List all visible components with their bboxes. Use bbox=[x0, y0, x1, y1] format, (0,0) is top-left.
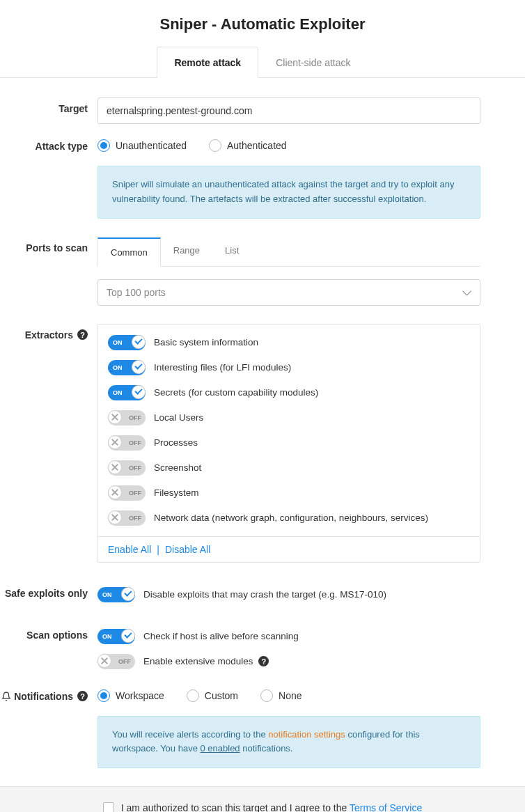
toggle-state-label: OFF bbox=[129, 515, 141, 522]
toggle-state-label: OFF bbox=[129, 439, 141, 446]
toggle-knob bbox=[108, 435, 122, 449]
ports-select[interactable]: Top 100 ports bbox=[97, 279, 480, 306]
help-icon[interactable]: ? bbox=[77, 329, 88, 340]
footer: I am authorized to scan this target and … bbox=[0, 786, 525, 812]
authorization-text: I am authorized to scan this target and … bbox=[121, 802, 422, 812]
extractor-row: ONBasic system information bbox=[98, 330, 480, 355]
extractor-toggle[interactable]: OFF bbox=[108, 510, 146, 526]
radio-workspace[interactable]: Workspace bbox=[97, 689, 164, 702]
extractor-row: OFFNetwork data (network graph, configur… bbox=[98, 506, 480, 531]
ports-label: Ports to scan bbox=[0, 237, 97, 253]
extractor-text: Network data (network graph, configurati… bbox=[154, 513, 428, 523]
scan-options-label: Scan options bbox=[0, 624, 97, 641]
toggle-state-label: OFF bbox=[129, 464, 141, 471]
radio-unauthenticated[interactable]: Unauthenticated bbox=[97, 139, 187, 152]
extensive-modules-toggle[interactable]: OFF bbox=[97, 654, 135, 669]
extractors-label: Extractors ? bbox=[0, 324, 97, 341]
x-icon bbox=[100, 657, 109, 665]
toggle-knob bbox=[132, 360, 146, 374]
toggle-state-label: OFF bbox=[129, 414, 141, 421]
tos-link[interactable]: Terms of Service bbox=[350, 802, 422, 812]
extractor-text: Local Users bbox=[154, 412, 203, 423]
extractor-toggle[interactable]: ON bbox=[108, 335, 146, 350]
extractor-row: OFFScreenshot bbox=[98, 455, 480, 481]
tab-remote-attack[interactable]: Remote attack bbox=[157, 47, 258, 78]
toggle-state-label: ON bbox=[102, 633, 112, 640]
extractor-toggle[interactable]: OFF bbox=[108, 435, 146, 451]
extractor-row: ONInteresting files (for LFI modules) bbox=[98, 355, 480, 380]
extractor-row: OFFProcesses bbox=[98, 430, 480, 455]
disable-all-button[interactable]: Disable All bbox=[165, 544, 210, 555]
radio-label: None bbox=[279, 690, 301, 701]
toggle-knob bbox=[108, 460, 122, 474]
extractor-toggle[interactable]: OFF bbox=[108, 460, 146, 476]
radio-authenticated[interactable]: Authenticated bbox=[209, 139, 287, 152]
extractor-text: Screenshot bbox=[154, 462, 201, 473]
extractors-panel: ONBasic system informationONInteresting … bbox=[97, 324, 480, 563]
toggle-state-label: OFF bbox=[118, 658, 131, 665]
notifications-label: Notifications ? bbox=[0, 685, 97, 702]
safe-exploits-text: Disable exploits that may crash the targ… bbox=[143, 589, 386, 600]
radio-icon bbox=[260, 689, 273, 702]
x-icon bbox=[111, 413, 119, 421]
radio-label: Unauthenticated bbox=[116, 140, 187, 151]
radio-icon bbox=[97, 689, 110, 702]
toggle-knob bbox=[108, 410, 122, 424]
ports-tab-common[interactable]: Common bbox=[97, 237, 161, 267]
radio-icon bbox=[97, 139, 110, 152]
extractor-text: Interesting files (for LFI modules) bbox=[154, 362, 291, 373]
ports-tab-list[interactable]: List bbox=[212, 237, 251, 266]
toggle-state-label: ON bbox=[113, 339, 123, 346]
safe-exploits-label: Safe exploits only bbox=[0, 582, 97, 599]
check-icon bbox=[134, 336, 142, 344]
target-input[interactable] bbox=[97, 97, 480, 124]
check-alive-toggle[interactable]: ON bbox=[97, 629, 135, 644]
extractor-text: Filesystem bbox=[154, 487, 199, 498]
attack-type-label: Attack type bbox=[0, 135, 97, 152]
toggle-knob bbox=[108, 510, 122, 524]
x-icon bbox=[111, 488, 119, 497]
main-tabs: Remote attack Client-side attack bbox=[0, 46, 525, 78]
toggle-state-label: ON bbox=[113, 364, 123, 371]
x-icon bbox=[111, 513, 119, 522]
extractor-text: Processes bbox=[154, 437, 198, 448]
extractor-text: Basic system information bbox=[154, 337, 258, 348]
attack-type-info: Sniper will simulate an unauthenticated … bbox=[97, 166, 480, 219]
extensive-modules-text: Enable extensive modules ? bbox=[143, 656, 269, 667]
extractor-toggle[interactable]: ON bbox=[108, 360, 146, 375]
x-icon bbox=[111, 438, 119, 446]
radio-label: Workspace bbox=[116, 690, 164, 701]
radio-icon bbox=[187, 689, 199, 702]
check-icon bbox=[134, 387, 142, 394]
extractor-row: ONSecrets (for custom capability modules… bbox=[98, 380, 480, 405]
check-icon bbox=[124, 630, 132, 638]
extractor-toggle[interactable]: ON bbox=[108, 385, 146, 400]
notification-settings-link[interactable]: notification settings bbox=[268, 729, 345, 740]
enable-all-button[interactable]: Enable All bbox=[108, 544, 151, 555]
ports-tab-range[interactable]: Range bbox=[161, 237, 212, 266]
toggle-state-label: OFF bbox=[129, 490, 141, 497]
extractor-toggle[interactable]: OFF bbox=[108, 410, 146, 425]
notifications-info: You will receive alerts according to the… bbox=[97, 716, 480, 769]
radio-none[interactable]: None bbox=[260, 689, 301, 702]
tab-client-side-attack[interactable]: Client-side attack bbox=[258, 47, 368, 78]
radio-icon bbox=[209, 139, 221, 152]
toggle-state-label: ON bbox=[113, 389, 123, 396]
help-icon[interactable]: ? bbox=[258, 656, 269, 666]
extractor-text: Secrets (for custom capability modules) bbox=[154, 387, 318, 398]
help-icon[interactable]: ? bbox=[77, 691, 88, 701]
radio-label: Authenticated bbox=[227, 140, 287, 151]
authorization-checkbox[interactable] bbox=[103, 802, 114, 812]
radio-label: Custom bbox=[205, 690, 238, 701]
radio-custom[interactable]: Custom bbox=[187, 689, 238, 702]
safe-exploits-toggle[interactable]: ON bbox=[97, 587, 135, 602]
toggle-state-label: ON bbox=[102, 591, 112, 598]
extractor-row: OFFLocal Users bbox=[98, 405, 480, 430]
target-label: Target bbox=[0, 97, 97, 114]
toggle-knob bbox=[97, 654, 111, 668]
toggle-knob bbox=[121, 587, 135, 601]
extractor-row: OFFFilesystem bbox=[98, 481, 480, 506]
enabled-notifications-link[interactable]: 0 enabled bbox=[200, 743, 240, 754]
extractor-toggle[interactable]: OFF bbox=[108, 485, 146, 501]
toggle-knob bbox=[132, 385, 146, 399]
